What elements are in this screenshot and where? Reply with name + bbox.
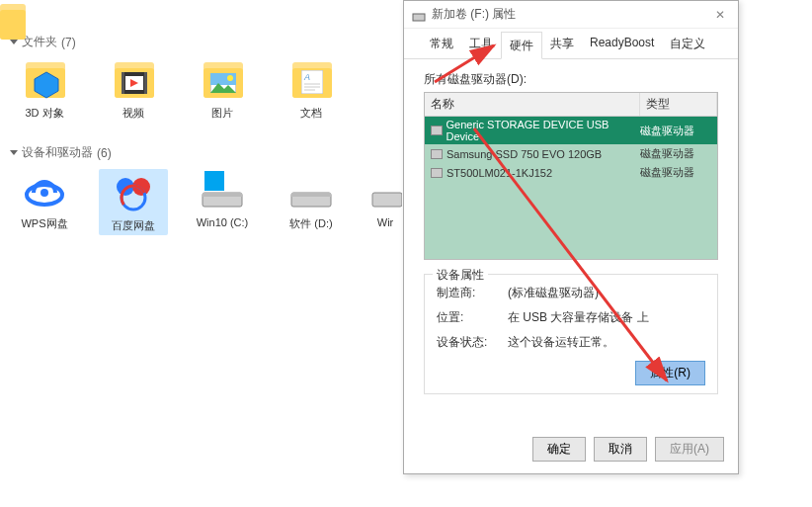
row-name: Generic STORAGE DEVICE USB Device <box>447 119 636 142</box>
drive-c[interactable]: Win10 (C:) <box>188 169 257 235</box>
prop-location-value: 在 USB 大容量存储设备 上 <box>508 309 705 326</box>
folder-icon <box>20 58 69 102</box>
chevron-down-icon <box>10 150 18 155</box>
folder-label: 文档 <box>300 106 322 121</box>
chevron-down-icon <box>10 40 18 44</box>
drive-d[interactable]: 软件 (D:) <box>277 169 346 235</box>
folder-pictures[interactable]: 图片 <box>188 58 257 121</box>
svg-rect-26 <box>372 193 402 207</box>
hdd-icon <box>284 169 339 212</box>
folder-documents[interactable]: A 文档 <box>277 58 346 121</box>
drive-label: 软件 (D:) <box>289 216 332 231</box>
folder-label: 3D 对象 <box>25 106 63 121</box>
svg-rect-27 <box>413 14 425 21</box>
section-devices-header[interactable]: 设备和驱动器 (6) <box>0 140 415 169</box>
section-devices-title: 设备和驱动器 <box>22 144 93 161</box>
section-folders-header[interactable]: 文件夹 (7) <box>0 30 415 58</box>
device-list[interactable]: 名称 类型 Generic STORAGE DEVICE USB Device … <box>424 92 718 260</box>
svg-rect-23 <box>204 171 224 191</box>
tab-hardware[interactable]: 硬件 <box>501 32 542 59</box>
tab-general[interactable]: 常规 <box>422 31 461 58</box>
row-name: Samsung SSD 750 EVO 120GB <box>447 148 602 160</box>
device-list-label: 所有磁盘驱动器(D): <box>424 71 718 88</box>
explorer-window: 文件夹 (7) 3D 对象 视频 图片 <box>0 0 415 507</box>
list-row[interactable]: Generic STORAGE DEVICE USB Device 磁盘驱动器 <box>425 117 717 144</box>
prop-location-key: 位置: <box>437 309 508 326</box>
folders-grid: 3D 对象 视频 图片 A 文档 <box>0 58 415 140</box>
list-row[interactable]: Samsung SSD 750 EVO 120GB 磁盘驱动器 <box>425 144 717 163</box>
drives-grid: WPS网盘 百度网盘 Win10 (C:) 软件 (D:) <box>0 169 415 255</box>
baidu-cloud-icon <box>106 171 161 214</box>
svg-rect-22 <box>203 193 242 197</box>
apply-button[interactable]: 应用(A) <box>655 437 724 462</box>
drive-label: 百度网盘 <box>112 218 155 233</box>
tab-tools[interactable]: 工具 <box>461 31 501 58</box>
row-type: 磁盘驱动器 <box>640 124 711 138</box>
folder-partial <box>365 58 395 102</box>
device-properties-group: 设备属性 制造商:(标准磁盘驱动器) 位置:在 USB 大容量存储设备 上 设备… <box>424 274 718 394</box>
list-row[interactable]: ST500LM021-1KJ152 磁盘驱动器 <box>425 163 717 182</box>
drive-partial[interactable]: Wir <box>365 169 405 235</box>
svg-marker-0 <box>35 72 58 98</box>
properties-dialog: 新加卷 (F:) 属性 ✕ 常规 工具 硬件 共享 ReadyBoost 自定义… <box>403 0 739 474</box>
ok-button[interactable]: 确定 <box>532 437 586 462</box>
close-icon[interactable]: ✕ <box>710 8 730 22</box>
folder-icon <box>109 58 158 102</box>
col-name-header[interactable]: 名称 <box>425 93 640 116</box>
cloud-icon <box>17 169 72 212</box>
dialog-bottom-buttons: 确定 取消 应用(A) <box>532 437 724 462</box>
folder-label: 视频 <box>122 106 144 121</box>
disk-icon <box>431 126 443 135</box>
prop-manufacturer-key: 制造商: <box>437 285 508 301</box>
list-body: Generic STORAGE DEVICE USB Device 磁盘驱动器 … <box>425 117 717 260</box>
prop-manufacturer-value: (标准磁盘驱动器) <box>508 285 705 301</box>
disk-icon <box>431 168 443 178</box>
svg-rect-25 <box>291 193 331 197</box>
folder-label: 图片 <box>211 106 233 121</box>
svg-rect-3 <box>122 72 124 94</box>
col-type-header[interactable]: 类型 <box>640 93 717 116</box>
row-type: 磁盘驱动器 <box>640 146 711 161</box>
drive-label: Wir <box>377 216 394 228</box>
list-header: 名称 类型 <box>425 93 717 117</box>
disk-icon <box>431 149 443 159</box>
row-type: 磁盘驱动器 <box>640 165 711 180</box>
svg-rect-4 <box>144 72 147 94</box>
folder-icon: A <box>286 58 336 102</box>
section-devices-count: (6) <box>97 146 112 160</box>
hdd-icon <box>195 169 250 212</box>
folder-3d-objects[interactable]: 3D 对象 <box>10 58 79 121</box>
tab-sharing[interactable]: 共享 <box>542 31 582 58</box>
dialog-titlebar[interactable]: 新加卷 (F:) 属性 ✕ <box>404 1 738 29</box>
drive-icon <box>412 8 426 22</box>
prop-status-value: 这个设备运转正常。 <box>508 334 705 351</box>
dialog-title: 新加卷 (F:) 属性 <box>432 6 710 23</box>
row-name: ST500LM021-1KJ152 <box>447 167 552 179</box>
dialog-content: 所有磁盘驱动器(D): 名称 类型 Generic STORAGE DEVICE… <box>404 59 738 394</box>
dialog-tabs: 常规 工具 硬件 共享 ReadyBoost 自定义 <box>404 31 738 59</box>
section-folders-count: (7) <box>61 36 76 49</box>
svg-point-16 <box>41 189 48 197</box>
folder-videos[interactable]: 视频 <box>99 58 168 121</box>
drive-label: Win10 (C:) <box>197 216 249 228</box>
drive-wps[interactable]: WPS网盘 <box>10 169 79 235</box>
tab-custom[interactable]: 自定义 <box>662 31 713 58</box>
folder-icon <box>198 58 247 102</box>
svg-point-8 <box>227 75 233 81</box>
drive-label: WPS网盘 <box>21 216 67 231</box>
svg-text:A: A <box>303 72 310 82</box>
prop-status-key: 设备状态: <box>437 334 508 351</box>
cancel-button[interactable]: 取消 <box>594 437 647 462</box>
group-label: 设备属性 <box>433 267 488 284</box>
device-properties-button[interactable]: 属性(R) <box>635 361 705 385</box>
tab-readyboost[interactable]: ReadyBoost <box>582 31 662 58</box>
drive-baidu[interactable]: 百度网盘 <box>99 169 168 235</box>
section-folders-title: 文件夹 <box>22 34 57 50</box>
